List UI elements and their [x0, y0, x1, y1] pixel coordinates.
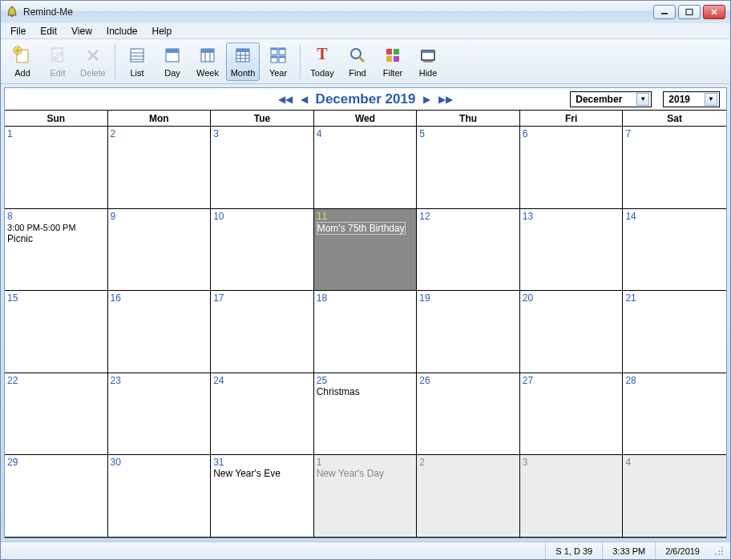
day-number: 24 — [213, 375, 311, 386]
menu-edit[interactable]: Edit — [34, 24, 63, 38]
event[interactable]: New Year's Day — [317, 468, 414, 479]
calendar-cell[interactable]: 1New Year's Day — [314, 455, 418, 538]
titlebar: Remind-Me — [1, 1, 730, 23]
day-number: 28 — [625, 375, 724, 386]
year-select[interactable]: 2019 ▼ — [663, 91, 720, 107]
find-button[interactable]: Find — [341, 42, 374, 81]
calendar-cell[interactable]: 83:00 PM-5:00 PMPicnic — [5, 209, 108, 292]
calendar-header: ◀◀ ◀ December 2019 ▶ ▶▶ December ▼ 2019 … — [5, 88, 726, 111]
svg-rect-16 — [166, 49, 179, 53]
add-button[interactable]: Add — [6, 42, 39, 81]
calendar-cell[interactable]: 28 — [623, 373, 726, 456]
calendar-cell[interactable]: 5 — [417, 127, 520, 209]
svg-rect-43 — [422, 50, 434, 53]
calendar-cell[interactable]: 19 — [417, 291, 520, 373]
calendar-cell[interactable]: 25Christmas — [314, 373, 418, 456]
svg-rect-40 — [386, 56, 392, 62]
day-header: Sun — [5, 111, 108, 126]
day-number: 25 — [317, 375, 414, 386]
day-number: 4 — [317, 128, 414, 139]
hide-button[interactable]: Hide — [411, 42, 445, 81]
today-icon: T — [313, 46, 332, 65]
resize-grip-icon[interactable] — [713, 545, 725, 558]
event[interactable]: Christmas — [317, 386, 414, 397]
calendar-cell[interactable]: 22 — [5, 373, 108, 456]
day-number: 23 — [111, 375, 208, 386]
calendar-cell[interactable]: 2 — [108, 127, 212, 209]
calendar-cell[interactable]: 6 — [520, 127, 624, 209]
svg-point-44 — [721, 547, 723, 549]
calendar-cell[interactable]: 4 — [623, 455, 726, 538]
calendar-cell[interactable]: 21 — [623, 291, 726, 373]
month-button[interactable]: Month — [226, 42, 260, 81]
add-icon — [13, 46, 32, 65]
svg-point-49 — [721, 554, 723, 555]
week-button[interactable]: Week — [191, 42, 224, 81]
menu-include[interactable]: Include — [100, 24, 144, 38]
prev-icon[interactable]: ◀ — [301, 94, 308, 105]
day-number: 14 — [625, 211, 724, 222]
last-icon[interactable]: ▶▶ — [438, 94, 453, 105]
calendar-cell[interactable]: 14 — [623, 209, 726, 292]
year-button[interactable]: Year — [261, 42, 295, 81]
calendar-cell[interactable]: 26 — [417, 373, 520, 456]
calendar-cell[interactable]: 4 — [314, 127, 418, 209]
calendar-cell[interactable]: 27 — [520, 373, 624, 456]
calendar-cell[interactable]: 11Mom's 75th Birthday — [314, 209, 418, 292]
month-select[interactable]: December ▼ — [570, 91, 652, 107]
calendar-cell[interactable]: 24 — [211, 373, 314, 456]
calendar-cell[interactable]: 29 — [5, 455, 108, 538]
calendar-cell[interactable]: 23 — [108, 373, 212, 456]
window-title: Remind-Me — [23, 6, 653, 18]
calendar-cell[interactable]: 12 — [417, 209, 520, 292]
calendar-cell[interactable]: 3 — [211, 127, 314, 209]
calendar-cell[interactable]: 30 — [108, 455, 212, 538]
day-button[interactable]: Day — [155, 42, 189, 81]
svg-rect-1 — [686, 10, 693, 15]
delete-button[interactable]: Delete — [76, 42, 110, 81]
next-icon[interactable]: ▶ — [423, 94, 430, 105]
calendar-cell[interactable]: 31New Year's Eve — [211, 455, 314, 538]
calendar-cell[interactable]: 15 — [5, 291, 108, 373]
event[interactable]: Mom's 75th Birthday — [317, 222, 406, 235]
filter-button[interactable]: Filter — [376, 42, 410, 81]
first-icon[interactable]: ◀◀ — [278, 94, 293, 105]
menu-view[interactable]: View — [65, 24, 99, 38]
month-select-value: December — [576, 94, 622, 105]
minimize-button[interactable] — [653, 5, 676, 19]
day-number: 21 — [625, 292, 724, 304]
status-time: 3:33 PM — [602, 542, 655, 559]
calendar-cell[interactable]: 3 — [520, 455, 624, 538]
edit-button[interactable]: Edit — [41, 42, 75, 81]
calendar-cell[interactable]: 16 — [108, 291, 212, 373]
delete-icon — [83, 46, 103, 65]
list-button[interactable]: List — [120, 42, 154, 81]
calendar-title: December 2019 — [316, 91, 416, 107]
year-icon — [269, 46, 288, 65]
day-number: 27 — [523, 375, 620, 386]
day-number: 1 — [7, 128, 105, 139]
close-button[interactable] — [703, 5, 725, 19]
day-number: 11 — [317, 211, 414, 222]
svg-point-47 — [715, 554, 717, 555]
calendar-cell[interactable]: 10 — [211, 209, 314, 292]
day-number: 31 — [213, 457, 311, 468]
svg-text:T: T — [317, 46, 328, 62]
day-header: Mon — [108, 111, 212, 126]
calendar-cell[interactable]: 1 — [5, 127, 108, 209]
event[interactable]: Picnic — [7, 233, 105, 244]
app-window: Remind-Me File Edit View Include Help Ad… — [0, 0, 731, 560]
menu-help[interactable]: Help — [146, 24, 179, 38]
calendar-cell[interactable]: 9 — [108, 209, 212, 292]
day-number: 4 — [625, 457, 724, 468]
calendar-cell[interactable]: 13 — [520, 209, 624, 292]
calendar-cell[interactable]: 17 — [211, 291, 314, 373]
event[interactable]: New Year's Eve — [213, 468, 311, 479]
calendar-cell[interactable]: 7 — [623, 127, 726, 209]
calendar-cell[interactable]: 2 — [417, 455, 520, 538]
calendar-cell[interactable]: 20 — [520, 291, 624, 373]
calendar-cell[interactable]: 18 — [314, 291, 418, 373]
today-button[interactable]: T Today — [305, 42, 339, 81]
maximize-button[interactable] — [678, 5, 701, 19]
menu-file[interactable]: File — [4, 24, 32, 38]
